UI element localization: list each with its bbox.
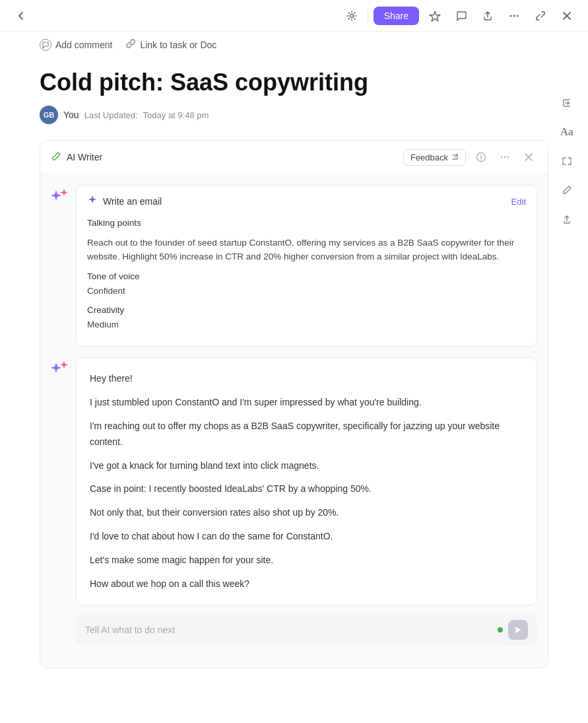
secondary-toolbar: Add comment Link to task or Doc	[0, 32, 588, 57]
star-button[interactable]	[424, 5, 445, 26]
document-title: Cold pitch: SaaS copywriting	[40, 68, 548, 96]
top-toolbar: Share	[0, 0, 588, 32]
ai-writer-card: AI Writer Feedback	[40, 140, 548, 668]
more-button[interactable]	[504, 5, 525, 26]
gen-line-9: How about we hop on a call this week?	[90, 576, 523, 592]
close-button[interactable]	[556, 5, 577, 26]
more-options-button[interactable]	[496, 149, 513, 166]
send-button[interactable]	[508, 620, 528, 640]
gen-line-5: Case in point: I recently boosted IdeaLa…	[90, 481, 523, 497]
prompt-box: Write an email Edit Talking points Reach…	[76, 185, 537, 347]
share-button[interactable]: Share	[374, 7, 419, 25]
add-comment-button[interactable]: Add comment	[40, 39, 112, 51]
svg-point-0	[350, 14, 353, 17]
creativity-label: Creativity	[87, 305, 124, 315]
generated-text-card: Hey there! I just stumbled upon Constant…	[76, 357, 537, 605]
tone-value: Confident	[87, 286, 125, 296]
gen-line-4: I've got a knack for turning bland text …	[90, 458, 523, 474]
info-button[interactable]	[473, 149, 490, 166]
link-icon	[125, 38, 136, 51]
svg-point-3	[517, 15, 519, 17]
prompt-section: Write an email Edit Talking points Reach…	[51, 185, 537, 347]
ai-spark-icon-2	[51, 360, 69, 378]
document-meta: GB You Last Updated: Today at 9:48 pm	[40, 106, 548, 124]
tone-label: Tone of voice	[87, 271, 140, 281]
settings-button[interactable]	[341, 5, 362, 26]
ai-spark-icon-1	[51, 188, 69, 206]
gen-line-7: I'd love to chat about how I can do the …	[90, 529, 523, 545]
sidebar-edit-icon[interactable]	[556, 180, 577, 201]
comment-icon	[40, 39, 51, 51]
svg-point-5	[501, 156, 502, 158]
avatar: GB	[40, 106, 58, 124]
svg-point-1	[510, 15, 512, 17]
ai-writer-label: AI Writer	[67, 152, 102, 162]
gen-line-1: Hey there!	[90, 371, 523, 387]
svg-point-6	[504, 156, 506, 158]
gen-line-8: Let's make some magic happen for your si…	[90, 553, 523, 568]
ai-writer-actions: Feedback	[403, 149, 537, 166]
chat-button[interactable]	[451, 5, 472, 26]
gen-line-2: I just stumbled upon ConstantO and I'm s…	[90, 395, 523, 411]
expand-button[interactable]	[530, 5, 551, 26]
external-link-icon	[451, 153, 459, 162]
main-content: Cold pitch: SaaS copywriting GB You Last…	[0, 68, 588, 668]
gen-line-6: Not only that, but their conversion rate…	[90, 505, 523, 521]
ai-writer-title-row: AI Writer	[51, 151, 102, 164]
add-comment-label: Add comment	[55, 40, 112, 50]
right-sidebar: Aa	[556, 92, 577, 230]
last-updated-label: Last Updated:	[84, 110, 138, 120]
sidebar-expand-icon[interactable]	[556, 151, 577, 172]
creativity-value: Medium	[87, 320, 119, 329]
ai-input[interactable]	[85, 625, 492, 635]
talking-points-label: Talking points	[87, 218, 141, 228]
prompt-write-label: Write an email	[103, 196, 162, 207]
feedback-label: Feedback	[410, 153, 448, 162]
author-name: You	[63, 110, 79, 120]
link-task-button[interactable]: Link to task or Doc	[125, 38, 216, 51]
generated-section: Hey there! I just stumbled upon Constant…	[51, 357, 537, 646]
ai-writer-header: AI Writer Feedback	[40, 141, 548, 174]
svg-point-2	[513, 15, 515, 17]
back-button[interactable]	[11, 5, 32, 26]
ai-input-row	[76, 613, 537, 646]
status-dot	[498, 627, 503, 633]
edit-prompt-button[interactable]: Edit	[511, 197, 526, 207]
sidebar-upload-icon[interactable]	[556, 209, 577, 230]
sparkle-icon	[87, 195, 98, 208]
toolbar-left	[11, 5, 32, 26]
sidebar-enter-icon[interactable]	[556, 92, 577, 114]
close-ai-writer-button[interactable]	[520, 149, 537, 166]
last-updated-value: Today at 9:48 pm	[143, 110, 209, 120]
sidebar-font-icon[interactable]: Aa	[556, 121, 577, 143]
export-button[interactable]	[477, 5, 498, 26]
pencil-icon	[51, 151, 61, 164]
ai-writer-body: Write an email Edit Talking points Reach…	[40, 174, 548, 668]
gen-line-3: I'm reaching out to offer my chops as a …	[90, 419, 523, 450]
prompt-title-row: Write an email	[87, 195, 162, 208]
prompt-content: Talking points Reach out to the founder …	[87, 216, 526, 331]
feedback-button[interactable]: Feedback	[403, 149, 466, 166]
prompt-header: Write an email Edit	[87, 195, 526, 208]
divider	[368, 9, 368, 22]
link-task-label: Link to task or Doc	[140, 40, 216, 50]
svg-point-7	[507, 156, 509, 158]
talking-points-text: Reach out to the founder of seed startup…	[87, 236, 526, 264]
